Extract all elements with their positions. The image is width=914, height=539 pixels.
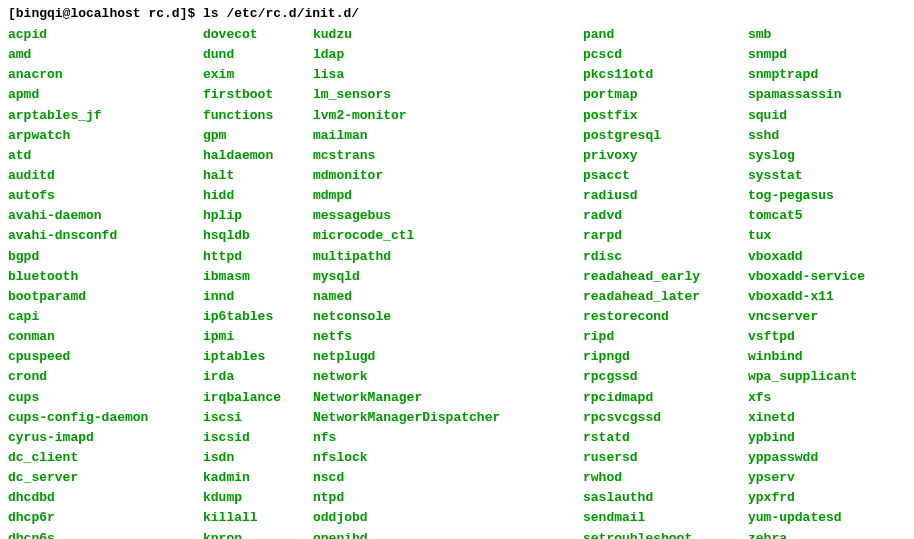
list-cell: cups-config-daemon (8, 408, 203, 428)
service-entry: auditd (8, 168, 55, 183)
service-entry: saslauthd (583, 490, 653, 505)
list-cell: nscd (313, 468, 583, 488)
list-cell: cups (8, 388, 203, 408)
service-entry: lisa (313, 67, 344, 82)
list-cell: pcscd (583, 45, 748, 65)
list-cell: squid (748, 106, 908, 126)
list-cell: sshd (748, 126, 908, 146)
service-entry: dund (203, 47, 234, 62)
list-cell: xfs (748, 388, 908, 408)
service-entry: rstatd (583, 430, 630, 445)
list-cell: netfs (313, 327, 583, 347)
service-entry: smb (748, 27, 771, 42)
service-entry: dhcdbd (8, 490, 55, 505)
service-entry: sshd (748, 128, 779, 143)
service-entry: network (313, 369, 368, 384)
list-cell: dhcp6r (8, 508, 203, 528)
list-row: dc_serverkadminnscdrwhodypserv (8, 468, 906, 488)
list-cell: pand (583, 25, 748, 45)
list-cell: bootparamd (8, 287, 203, 307)
list-cell: yppasswdd (748, 448, 908, 468)
service-entry: portmap (583, 87, 638, 102)
service-entry: rdisc (583, 249, 622, 264)
service-entry: mcstrans (313, 148, 375, 163)
list-cell: sysstat (748, 166, 908, 186)
list-cell: vboxadd (748, 247, 908, 267)
list-cell: dc_client (8, 448, 203, 468)
list-cell: tomcat5 (748, 206, 908, 226)
service-entry: conman (8, 329, 55, 344)
service-entry: messagebus (313, 208, 391, 223)
list-cell: messagebus (313, 206, 583, 226)
service-entry: hplip (203, 208, 242, 223)
list-cell: firstboot (203, 85, 313, 105)
service-entry: NetworkManager (313, 390, 422, 405)
list-cell: rpcidmapd (583, 388, 748, 408)
list-cell: ldap (313, 45, 583, 65)
service-entry: dhcp6r (8, 510, 55, 525)
service-entry: ip6tables (203, 309, 273, 324)
list-cell: innd (203, 287, 313, 307)
service-entry: sysstat (748, 168, 803, 183)
service-entry: functions (203, 108, 273, 123)
service-entry: apmd (8, 87, 39, 102)
service-entry: rpcsvcgssd (583, 410, 661, 425)
list-cell: ypbind (748, 428, 908, 448)
list-cell: isdn (203, 448, 313, 468)
service-entry: zebra (748, 531, 787, 539)
service-entry: ldap (313, 47, 344, 62)
list-cell: portmap (583, 85, 748, 105)
list-cell: killall (203, 508, 313, 528)
list-cell: arptables_jf (8, 106, 203, 126)
service-entry: cups-config-daemon (8, 410, 148, 425)
list-cell: hsqldb (203, 226, 313, 246)
list-cell: setroubleshoot (583, 529, 748, 539)
list-row: dc_clientisdnnfslockrusersdyppasswdd (8, 448, 906, 468)
list-cell: nfs (313, 428, 583, 448)
list-cell: syslog (748, 146, 908, 166)
service-entry: autofs (8, 188, 55, 203)
list-cell: auditd (8, 166, 203, 186)
list-cell: snmptrapd (748, 65, 908, 85)
service-entry: tomcat5 (748, 208, 803, 223)
service-entry: vboxadd-x11 (748, 289, 834, 304)
list-cell: openibd (313, 529, 583, 539)
list-cell: pkcs11otd (583, 65, 748, 85)
service-entry: ntpd (313, 490, 344, 505)
list-cell: yum-updatesd (748, 508, 908, 528)
list-cell: ripngd (583, 347, 748, 367)
service-entry: mysqld (313, 269, 360, 284)
list-row: conmanipminetfsripdvsftpd (8, 327, 906, 347)
list-row: avahi-daemonhplipmessagebusradvdtomcat5 (8, 206, 906, 226)
list-cell: vboxadd-x11 (748, 287, 908, 307)
service-entry: kudzu (313, 27, 352, 42)
service-entry: pcscd (583, 47, 622, 62)
list-cell: rwhod (583, 468, 748, 488)
list-cell: restorecond (583, 307, 748, 327)
service-entry: vboxadd (748, 249, 803, 264)
list-row: dhcp6rkillalloddjobdsendmailyum-updatesd (8, 508, 906, 528)
service-entry: rwhod (583, 470, 622, 485)
service-entry: named (313, 289, 352, 304)
service-entry: cpuspeed (8, 349, 70, 364)
list-row: arptables_jffunctionslvm2-monitorpostfix… (8, 106, 906, 126)
list-cell: avahi-daemon (8, 206, 203, 226)
service-entry: amd (8, 47, 31, 62)
list-cell: winbind (748, 347, 908, 367)
list-cell: smb (748, 25, 908, 45)
service-entry: dhcp6s (8, 531, 55, 539)
list-cell: readahead_later (583, 287, 748, 307)
service-entry: kprop (203, 531, 242, 539)
list-row: capiip6tablesnetconsolerestorecondvncser… (8, 307, 906, 327)
service-entry: multipathd (313, 249, 391, 264)
list-cell: apmd (8, 85, 203, 105)
service-entry: avahi-dnsconfd (8, 228, 117, 243)
service-entry: postfix (583, 108, 638, 123)
list-cell: network (313, 367, 583, 387)
service-entry: mailman (313, 128, 368, 143)
list-cell: dc_server (8, 468, 203, 488)
list-row: cyrus-imapdiscsidnfsrstatdypbind (8, 428, 906, 448)
list-cell: ripd (583, 327, 748, 347)
list-cell: microcode_ctl (313, 226, 583, 246)
service-entry: sendmail (583, 510, 645, 525)
